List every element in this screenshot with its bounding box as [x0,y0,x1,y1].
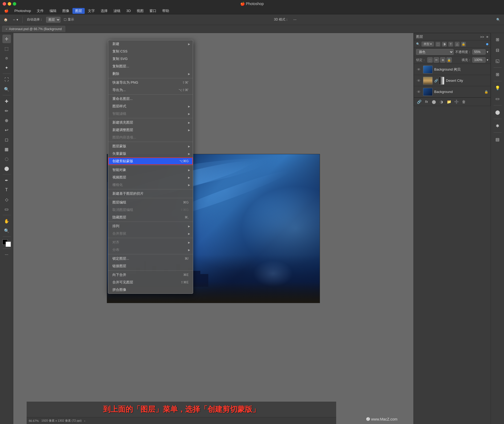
3d-controls[interactable]: ⋯ [292,17,298,22]
menu-layer-mask[interactable]: 图层蒙版 [108,142,193,150]
filter-adjustment-icon[interactable]: ◑ [442,42,447,47]
menu-copy-svg[interactable]: 复制 SVG [108,55,193,63]
menu-apple[interactable]: 🍎 [2,8,11,13]
tab-astronaut[interactable]: × Astronaut.psd @ 66.7% (Background [2,26,65,32]
grid-icon[interactable]: ⊞ [493,70,502,79]
menu-new-adj-layer[interactable]: 新建调整图层 [108,126,193,134]
light-icon[interactable]: 💡 [493,83,502,93]
menu-new-layer-slice[interactable]: 新建基于图层的切片 [108,190,193,197]
selection-tool[interactable]: ⬚ [2,44,11,53]
paint-icon[interactable]: ⬤ [493,107,502,117]
lock-position-btn[interactable]: ✏ [434,57,439,63]
menu-text[interactable]: 文字 [85,8,97,14]
adjustment-btn[interactable]: ◑ [438,99,444,105]
filter-type-btn[interactable]: 类型 ▾ [421,42,434,47]
menu-select[interactable]: 选择 [98,8,110,14]
menu-filter[interactable]: 滤镜 [111,8,123,14]
menu-align[interactable]: 对齐 [108,239,193,246]
menu-layer-content-options[interactable]: 图层内容选项... [108,134,193,141]
filter-shape-icon[interactable]: △ [455,42,460,47]
move-tool-options[interactable]: ↔ ▾ [11,17,20,22]
magic-wand-tool[interactable]: ✦ [2,63,11,72]
menu-photoshop[interactable]: Photoshop [12,8,34,13]
group-btn[interactable]: 📁 [446,99,452,105]
close-button[interactable] [3,2,6,6]
menu-link-layers[interactable]: 链接图层 [108,262,193,270]
layer-select[interactable]: 图层 [46,17,60,23]
brush-tool[interactable]: ✏ [2,107,11,115]
history-brush[interactable]: ↩ [2,126,11,134]
menu-create-clipping-mask[interactable]: 创建剪贴蒙版 ⌥⌘G [108,157,193,165]
layer-background[interactable]: 👁 Background 🔒 [414,86,490,97]
layer-background-copy[interactable]: 👁 Background 拷贝 [414,64,490,75]
menu-combine-shapes[interactable]: 合并形状 [108,230,193,237]
menu-duplicate-layer[interactable]: 复制图层... [108,63,193,70]
menu-lock-layers[interactable]: 锁定图层... ⌘/ [108,255,193,262]
menu-file[interactable]: 文件 [34,8,46,14]
stamp-tool[interactable]: ⊕ [2,116,11,125]
healing-tool[interactable]: ✚ [2,97,11,105]
eyedropper-tool[interactable]: 🔍 [2,85,11,93]
background-color[interactable] [6,242,11,247]
color-picker[interactable] [2,239,11,247]
menu-delete[interactable]: 删除 [108,70,193,78]
menu-distribute[interactable]: 分布 [108,246,193,254]
layer-visibility-1[interactable]: 👁 [416,67,421,72]
path-tool[interactable]: ◇ [2,195,11,204]
menu-export-as[interactable]: 导出为... ⌥⇧⌘' [108,86,193,94]
3d-mode[interactable]: 3D 模式： [272,17,290,23]
menu-3d[interactable]: 3D [124,8,133,13]
menu-hide-layer[interactable]: 隐藏图层 ⌘, [108,214,193,221]
eraser-tool[interactable]: ◻ [2,135,11,144]
menu-edit[interactable]: 编辑 [47,8,59,14]
menu-video-layer[interactable]: 视频图层 [108,174,193,181]
crop-tool[interactable]: ⛶ [2,75,11,84]
hand-tool[interactable]: ✋ [2,217,11,225]
layers-menu-icon[interactable]: ≡ [486,35,488,39]
pen-tool[interactable]: ✒ [2,176,11,185]
menu-smart-object[interactable]: 智能对象 [108,166,193,174]
arrow-right[interactable]: › [84,419,85,422]
opacity-dropdown[interactable]: ▾ [487,50,488,54]
fx-btn[interactable]: fx [424,99,429,105]
layer-desert-city[interactable]: 👁 🔗 Desert City [414,75,490,86]
gradient-tool[interactable]: ▦ [2,145,11,153]
menu-ungroup-layers[interactable]: 取消图层编组 ⇧⌘G [108,206,193,214]
extra-tools[interactable]: ··· [2,250,11,259]
blur-tool[interactable]: ◌ [2,154,11,163]
minimize-button[interactable] [8,2,11,6]
link-layers-btn[interactable]: 🔗 [416,99,422,105]
menu-image[interactable]: 图像 [60,8,72,14]
menu-arrange[interactable]: 排列 [108,222,193,230]
new-layer-btn[interactable]: ➕ [453,99,459,105]
menu-merge-visible[interactable]: 合并可见图层 ⇧⌘E [108,279,193,286]
filter-smart-icon[interactable]: 🔒 [461,42,466,47]
fill-input[interactable] [472,57,486,63]
delete-layer-btn[interactable]: 🗑 [461,99,467,105]
lock-artboard-btn[interactable]: ⊕ [440,57,445,63]
fill-dropdown[interactable]: ▾ [487,58,488,62]
blend-mode-select[interactable]: 颜色 [416,49,454,55]
layer-visibility-2[interactable]: 👁 [416,79,421,83]
maximize-button[interactable] [13,2,16,6]
menu-window[interactable]: 窗口 [147,8,159,14]
menu-layer-style[interactable]: 图层样式 [108,103,193,110]
search-button[interactable]: 🔍 [495,17,502,22]
add-mask-btn[interactable]: ⬤ [431,99,437,105]
menu-copy-css[interactable]: 复制 CSS [108,48,193,55]
filter-toggle[interactable] [486,43,488,45]
filter-text-icon[interactable]: T [448,42,453,47]
filter-pixel-icon[interactable]: ⬚ [436,42,440,47]
menu-quick-export[interactable]: 快速导出为 PNG ⇧⌘' [108,79,193,86]
text-tool[interactable]: T [2,186,11,194]
menu-rasterize[interactable]: 栅格化 [108,181,193,189]
menu-rename-layer[interactable]: 重命名图层... [108,95,193,103]
home-button[interactable]: 🏠 [2,17,9,22]
menu-vector-mask[interactable]: 矢量蒙版 [108,150,193,157]
lock-all-btn[interactable]: 🔒 [446,57,452,63]
dodge-tool[interactable]: ⬤ [2,164,11,173]
menu-help[interactable]: 帮助 [160,8,172,14]
zoom-tool[interactable]: 🔍 [2,226,11,235]
menu-merge-down[interactable]: 向下合并 ⌘E [108,271,193,279]
opacity-input[interactable] [472,49,486,55]
